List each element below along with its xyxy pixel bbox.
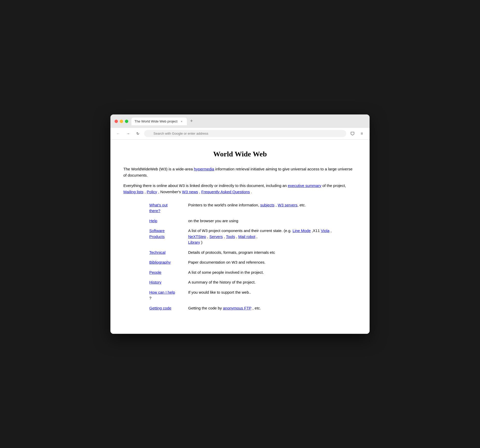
- w3servers-link[interactable]: W3 servers: [278, 203, 298, 207]
- intro2-start: Everything there is online about W3 is l…: [123, 183, 288, 188]
- people-desc: A list of some people involved in the pr…: [180, 268, 357, 278]
- intro2-cont1: of the project,: [321, 183, 346, 188]
- mailrobot-link[interactable]: Mail robot: [238, 234, 255, 239]
- how-can-i-help-link[interactable]: How can I help: [149, 290, 175, 294]
- page-content: World Wide Web The WorldWideWeb (W3) is …: [110, 140, 370, 334]
- table-row: Help on the browser you are using: [123, 216, 357, 226]
- technical-link[interactable]: Technical: [149, 250, 166, 255]
- how-can-i-help-desc: If you would like to support the web..: [180, 287, 357, 303]
- w3news-link[interactable]: W3 news: [182, 190, 198, 194]
- viola-link[interactable]: Viola: [321, 228, 329, 233]
- anonymous-ftp-link[interactable]: anonymous FTP: [223, 306, 251, 310]
- policy-link[interactable]: Policy: [147, 190, 157, 194]
- menu-icon[interactable]: ≡: [358, 130, 365, 137]
- technical-desc: Details of protocols, formats, program i…: [180, 248, 357, 258]
- intro1-text: The WorldWideWeb (W3) is a wide-area: [123, 167, 194, 171]
- new-tab-button[interactable]: +: [188, 118, 195, 125]
- help-link[interactable]: Help: [149, 219, 157, 223]
- active-tab[interactable]: The World Wide Web project ×: [131, 118, 187, 125]
- whats-out-there-link[interactable]: What's out there?: [149, 203, 167, 213]
- table-row: Bibliography Paper documentation on W3 a…: [123, 257, 357, 268]
- browser-window: The World Wide Web project × + ← → ↻ 🔍 ≡: [110, 114, 370, 334]
- tab-bar: The World Wide Web project × +: [131, 118, 195, 125]
- people-link[interactable]: People: [149, 270, 161, 274]
- intro2-end: .: [250, 190, 252, 194]
- subjects-link[interactable]: subjects: [260, 203, 274, 207]
- traffic-lights: [115, 120, 128, 123]
- mailing-lists-link[interactable]: Mailing lists: [123, 190, 144, 194]
- tab-title: The World Wide Web project: [135, 119, 178, 123]
- reload-button[interactable]: ↻: [134, 130, 142, 137]
- address-input[interactable]: [144, 130, 346, 137]
- address-bar-wrapper: 🔍: [144, 130, 346, 137]
- library-link[interactable]: Library: [188, 240, 200, 244]
- linemode-link[interactable]: Line Mode: [293, 228, 311, 233]
- title-bar: The World Wide Web project × +: [110, 114, 370, 128]
- executive-summary-link[interactable]: executive summary: [288, 183, 321, 188]
- page-title: World Wide Web: [123, 150, 357, 158]
- bibliography-link[interactable]: Bibliography: [149, 260, 171, 264]
- intro2-cont3: , November's: [157, 190, 182, 194]
- tab-close-button[interactable]: ×: [180, 119, 184, 124]
- history-desc: A summary of the history of the project.: [180, 277, 357, 287]
- hypermedia-link[interactable]: hypermedia: [194, 167, 214, 171]
- getting-code-desc: Getting the code by anonymous FTP , etc.: [180, 303, 357, 313]
- intro2-cont2: ,: [144, 190, 147, 194]
- toolbar: ← → ↻ 🔍 ≡: [110, 128, 370, 140]
- whats-out-there-desc: Pointers to the world's online informati…: [180, 200, 357, 216]
- forward-button[interactable]: →: [124, 130, 132, 137]
- minimize-button[interactable]: [120, 120, 123, 123]
- table-row: Getting code Getting the code by anonymo…: [123, 303, 357, 313]
- back-button[interactable]: ←: [115, 130, 122, 137]
- faq-link[interactable]: Frequently Asked Questions: [201, 190, 250, 194]
- maximize-button[interactable]: [125, 120, 128, 123]
- intro-paragraph-1: The WorldWideWeb (W3) is a wide-area hyp…: [123, 166, 357, 178]
- table-row: How can I help ? If you would like to su…: [123, 287, 357, 303]
- table-row: Technical Details of protocols, formats,…: [123, 248, 357, 258]
- table-row: History A summary of the history of the …: [123, 277, 357, 287]
- pocket-icon[interactable]: [349, 130, 356, 137]
- toolbar-right: ≡: [349, 130, 365, 137]
- close-button[interactable]: [115, 120, 118, 123]
- history-link[interactable]: History: [149, 280, 161, 284]
- servers-link[interactable]: Servers: [209, 234, 223, 239]
- getting-code-link[interactable]: Getting code: [149, 306, 171, 310]
- content-table: What's out there? Pointers to the world'…: [123, 200, 357, 313]
- bibliography-desc: Paper documentation on W3 and references…: [180, 257, 357, 268]
- table-row: What's out there? Pointers to the world'…: [123, 200, 357, 216]
- title-bar-top: The World Wide Web project × +: [115, 118, 365, 125]
- table-row: Software Products A list of W3 project c…: [123, 226, 357, 248]
- software-products-desc: A list of W3 project components and thei…: [180, 226, 357, 248]
- nextstep-link[interactable]: NeXTStep: [188, 234, 206, 239]
- table-row: People A list of some people involved in…: [123, 268, 357, 278]
- help-desc: on the browser you are using: [180, 216, 357, 226]
- software-products-link[interactable]: Software Products: [149, 228, 165, 239]
- intro-paragraph-2: Everything there is online about W3 is l…: [123, 183, 357, 195]
- tools-link[interactable]: Tools: [226, 234, 235, 239]
- intro2-cont4: ,: [198, 190, 201, 194]
